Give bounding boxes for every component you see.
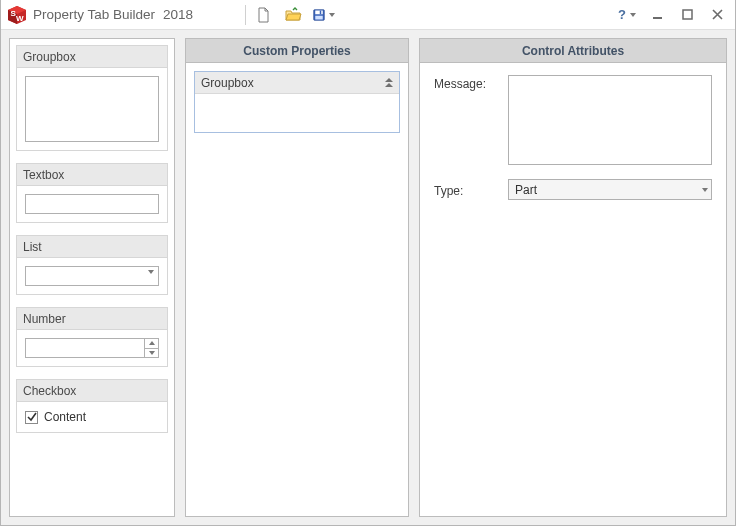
palette-checkbox-header: Checkbox (16, 379, 168, 401)
control-attributes-panel: Control Attributes Message: Type: Part (419, 38, 727, 517)
palette-textbox-header: Textbox (16, 163, 168, 185)
svg-rect-7 (315, 15, 323, 19)
svg-rect-10 (683, 10, 692, 19)
maximize-icon (682, 9, 693, 20)
list-sample-icon (25, 266, 159, 286)
chevron-down-icon (702, 188, 708, 192)
textbox-sample-icon (25, 194, 159, 214)
palette-number-header: Number (16, 307, 168, 329)
main-container: Groupbox Textbox List Number Che (1, 30, 735, 525)
save-button[interactable] (312, 4, 336, 26)
svg-rect-8 (320, 10, 322, 14)
open-folder-icon (285, 7, 303, 23)
type-select[interactable]: Part (508, 179, 712, 200)
palette-groupbox[interactable]: Groupbox (16, 45, 168, 151)
close-button[interactable] (705, 5, 729, 25)
palette-list-header: List (16, 235, 168, 257)
new-button[interactable] (252, 4, 276, 26)
toolbar-divider (245, 5, 246, 25)
canvas-groupbox[interactable]: Groupbox (194, 71, 400, 133)
minimize-button[interactable] (645, 5, 669, 25)
svg-rect-9 (653, 17, 662, 19)
attr-row-type: Type: Part (434, 179, 712, 200)
canvas-groupbox-body[interactable] (195, 94, 399, 132)
checkbox-sample-icon (25, 411, 38, 424)
dropdown-caret-icon (630, 13, 636, 17)
new-file-icon (256, 7, 272, 23)
svg-text:W: W (16, 14, 24, 23)
dropdown-caret-icon (329, 13, 335, 17)
custom-properties-panel: Custom Properties Groupbox (185, 38, 409, 517)
save-floppy-icon (313, 7, 325, 23)
help-icon: ? (618, 7, 626, 22)
help-button[interactable]: ? (615, 5, 639, 25)
app-title: Property Tab Builder2018 (33, 7, 193, 22)
checkbox-sample-label: Content (44, 410, 86, 424)
type-label: Type: (434, 182, 498, 198)
palette-checkbox[interactable]: Checkbox Content (16, 379, 168, 433)
type-select-value: Part (515, 183, 537, 197)
collapse-icon[interactable] (385, 78, 393, 87)
attr-row-message: Message: (434, 75, 712, 165)
palette-textbox[interactable]: Textbox (16, 163, 168, 223)
palette-groupbox-header: Groupbox (16, 45, 168, 67)
custom-properties-header: Custom Properties (186, 39, 408, 63)
palette-panel: Groupbox Textbox List Number Che (9, 38, 175, 517)
number-sample-icon (25, 338, 159, 358)
open-button[interactable] (282, 4, 306, 26)
svg-rect-6 (315, 10, 323, 14)
title-bar: S W Property Tab Builder2018 ? (1, 0, 735, 30)
message-label: Message: (434, 75, 498, 91)
palette-list[interactable]: List (16, 235, 168, 295)
groupbox-sample-icon (25, 76, 159, 142)
maximize-button[interactable] (675, 5, 699, 25)
close-icon (712, 9, 723, 20)
control-attributes-header: Control Attributes (420, 39, 726, 63)
minimize-icon (652, 9, 663, 20)
check-icon (27, 412, 37, 422)
palette-number[interactable]: Number (16, 307, 168, 367)
app-logo-icon: S W (7, 5, 27, 25)
message-input[interactable] (508, 75, 712, 165)
canvas-groupbox-header[interactable]: Groupbox (195, 72, 399, 94)
app-year: 2018 (163, 7, 193, 22)
canvas-groupbox-caption: Groupbox (201, 76, 254, 90)
design-canvas[interactable]: Groupbox (186, 63, 408, 141)
app-name: Property Tab Builder (33, 7, 155, 22)
